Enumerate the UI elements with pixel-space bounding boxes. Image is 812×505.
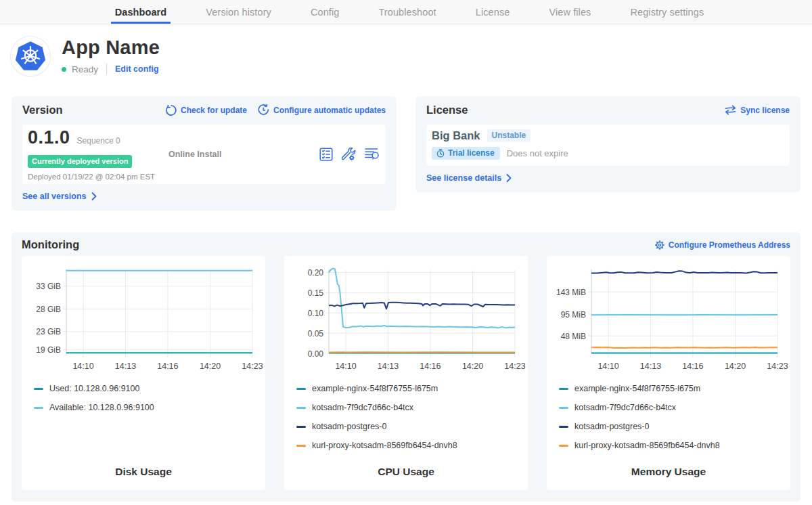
current-version-box: 0.1.0 Sequence 0 Currently deployed vers…	[22, 125, 386, 184]
disk-usage-legend: Used: 10.128.0.96:9100Available: 10.128.…	[22, 379, 265, 417]
memory-usage-chart: 143 MiB95 MiB48 MiB14:1014:1314:1614:201…	[547, 256, 790, 374]
page-title: App Name	[62, 38, 160, 58]
cards-row: Version Check for update Configure au	[12, 96, 800, 211]
svg-text:14:20: 14:20	[200, 361, 221, 371]
legend-label: example-nginx-54f8f76755-l675m	[312, 384, 438, 393]
legend-dash	[296, 426, 306, 428]
tab-version-history[interactable]: Version history	[202, 0, 275, 24]
scheduled-update-icon	[258, 104, 269, 116]
legend-dash	[559, 426, 568, 428]
legend-label: kotsadm-postgres-0	[312, 422, 386, 431]
top-nav: Dashboard Version history Config Trouble…	[0, 0, 812, 24]
legend-label: kurl-proxy-kotsadm-8569fb6454-dnvh8	[574, 441, 720, 450]
stopwatch-icon	[436, 149, 445, 158]
svg-text:14:23: 14:23	[242, 361, 263, 371]
legend-item: Used: 10.128.0.96:9100	[34, 379, 265, 398]
tab-troubleshoot[interactable]: Troubleshoot	[374, 0, 440, 24]
tab-view-files[interactable]: View files	[545, 0, 595, 24]
svg-text:14:10: 14:10	[335, 361, 356, 371]
disk-usage-chart: 33 GiB28 GiB23 GiB19 GiB14:1014:1314:161…	[22, 256, 265, 374]
legend-label: kurl-proxy-kotsadm-8569fb6454-dnvh8	[312, 441, 457, 450]
refresh-icon	[166, 105, 177, 116]
channel-badge: Unstable	[487, 129, 531, 142]
monitoring-title: Monitoring	[22, 238, 79, 251]
legend-item: kotsadm-postgres-0	[296, 417, 528, 436]
memory-usage-chart-card: 143 MiB95 MiB48 MiB14:1014:1314:1614:201…	[547, 256, 790, 490]
cpu-usage-chart-card: 0.200.150.100.050.0014:1014:1314:1614:20…	[284, 256, 528, 490]
divider	[106, 64, 107, 74]
legend-item: kurl-proxy-kotsadm-8569fb6454-dnvh8	[559, 436, 790, 455]
tab-registry-settings[interactable]: Registry settings	[626, 0, 708, 24]
see-all-versions-link[interactable]: See all versions	[22, 192, 97, 201]
svg-text:14:23: 14:23	[767, 361, 788, 371]
legend-dash	[34, 407, 43, 409]
version-config-icon[interactable]	[342, 148, 356, 161]
status-dot	[62, 67, 66, 72]
deployed-badge: Currently deployed version	[28, 155, 132, 168]
version-number: 0.1.0	[28, 129, 70, 147]
configure-automatic-updates-link[interactable]: Configure automatic updates	[258, 104, 386, 116]
legend-label: Used: 10.128.0.96:9100	[49, 384, 139, 393]
svg-text:14:10: 14:10	[597, 361, 618, 371]
gear-icon	[655, 240, 664, 250]
legend-label: kotsadm-7f9dc7d66c-b4tcx	[312, 403, 413, 412]
license-card: License Sync license Big Bank Unstable	[415, 96, 800, 192]
svg-text:0.00: 0.00	[308, 349, 324, 359]
svg-text:14:13: 14:13	[378, 361, 399, 371]
legend-label: kotsadm-7f9dc7d66c-b4tcx	[574, 403, 676, 412]
disk-usage-chart-card: 33 GiB28 GiB23 GiB19 GiB14:1014:1314:161…	[22, 256, 265, 490]
legend-item: Available: 10.128.0.96:9100	[34, 398, 265, 417]
legend-dash	[559, 407, 568, 409]
svg-text:14:20: 14:20	[462, 361, 483, 371]
configure-prometheus-link[interactable]: Configure Prometheus Address	[655, 240, 790, 250]
version-card: Version Check for update Configure au	[12, 96, 397, 211]
svg-text:143 MiB: 143 MiB	[556, 288, 586, 297]
license-expiry: Does not expire	[507, 148, 568, 158]
install-type-label: Online Install	[168, 150, 319, 159]
deploy-logs-icon[interactable]	[365, 148, 380, 161]
svg-text:0.15: 0.15	[308, 288, 324, 298]
svg-text:19 GiB: 19 GiB	[36, 345, 61, 355]
legend-label: kotsadm-postgres-0	[574, 422, 649, 431]
app-logo	[11, 37, 50, 76]
svg-text:23 GiB: 23 GiB	[36, 327, 61, 336]
chevron-right-icon	[91, 192, 97, 200]
legend-dash	[559, 388, 568, 390]
legend-item: example-nginx-54f8f76755-l675m	[559, 379, 790, 398]
svg-text:14:16: 14:16	[682, 361, 703, 371]
edit-config-link[interactable]: Edit config	[115, 64, 159, 74]
preflight-checks-icon[interactable]	[319, 148, 333, 161]
svg-text:33 GiB: 33 GiB	[36, 282, 61, 291]
tab-config[interactable]: Config	[307, 0, 344, 24]
see-license-details-link[interactable]: See license details	[426, 173, 512, 183]
chevron-right-icon	[506, 174, 512, 182]
license-assignee: Big Bank	[432, 129, 480, 142]
svg-text:14:10: 14:10	[72, 361, 93, 371]
legend-dash	[296, 445, 306, 447]
check-for-update-link[interactable]: Check for update	[166, 105, 247, 116]
cpu-usage-legend: example-nginx-54f8f76755-l675mkotsadm-7f…	[284, 379, 528, 455]
legend-dash	[34, 388, 43, 390]
cpu-usage-title: CPU Usage	[284, 466, 528, 478]
legend-item: example-nginx-54f8f76755-l675m	[296, 379, 528, 398]
license-card-title: License	[426, 104, 468, 116]
svg-text:14:13: 14:13	[640, 361, 661, 371]
sequence-label: Sequence 0	[77, 132, 120, 150]
sync-license-link[interactable]: Sync license	[725, 105, 790, 115]
tab-dashboard[interactable]: Dashboard	[111, 0, 171, 24]
memory-usage-legend: example-nginx-54f8f76755-l675mkotsadm-7f…	[547, 379, 790, 455]
sync-icon	[725, 105, 736, 115]
svg-text:14:16: 14:16	[420, 361, 441, 371]
license-type-badge: Trial license	[432, 147, 500, 160]
legend-dash	[296, 407, 306, 409]
tab-license[interactable]: License	[472, 0, 514, 24]
svg-text:0.10: 0.10	[308, 309, 324, 318]
svg-text:95 MiB: 95 MiB	[561, 310, 586, 320]
svg-text:0.20: 0.20	[308, 268, 324, 278]
app-header: App Name Ready Edit config	[11, 37, 798, 76]
legend-dash	[296, 388, 306, 390]
legend-label: example-nginx-54f8f76755-l675m	[574, 384, 700, 393]
svg-text:14:20: 14:20	[725, 361, 746, 371]
status-text: Ready	[72, 64, 98, 74]
legend-item: kurl-proxy-kotsadm-8569fb6454-dnvh8	[296, 436, 528, 455]
